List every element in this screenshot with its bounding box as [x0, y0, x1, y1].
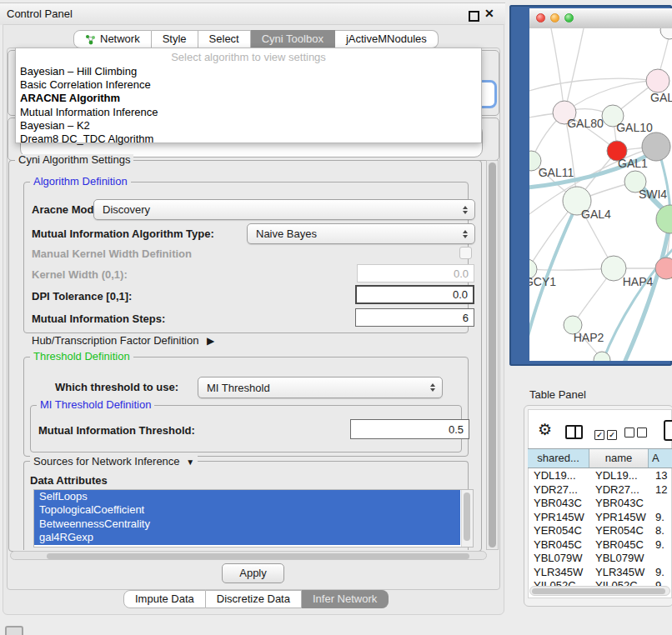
network-icon — [85, 34, 96, 45]
attribute-item-selected[interactable]: TopologicalCoefficient — [34, 503, 460, 517]
table-cell: YDR27... — [590, 483, 650, 498]
column-header-shared[interactable]: shared... — [528, 449, 589, 468]
combo-arrows-icon — [463, 230, 468, 238]
dropdown-item[interactable]: Bayesian – Hill Climbing — [16, 65, 481, 78]
table-row[interactable]: YDR27...YDR27...12 — [528, 483, 672, 498]
table-cell: YBR043C — [590, 497, 650, 511]
tab-cyni-toolbox[interactable]: Cyni Toolbox — [251, 30, 335, 48]
network-edge[interactable] — [551, 28, 564, 112]
scrollbar-thumb[interactable] — [532, 588, 665, 594]
table-row[interactable]: YBR043CYBR043C — [528, 497, 672, 511]
mi-threshold-input[interactable]: 0.5 — [350, 419, 469, 439]
attribute-item-selected[interactable]: SelfLoops — [34, 490, 460, 503]
tab-style[interactable]: Style — [152, 30, 198, 48]
attribute-item-selected[interactable]: BetweennessCentrality — [34, 518, 460, 531]
table-cell: YLR345W — [590, 566, 650, 580]
table-cell: 8. — [650, 524, 672, 538]
network-node-pink-top[interactable] — [646, 69, 669, 92]
table-cell: YPR145W — [528, 511, 590, 525]
kernel-width-input[interactable]: 0.0 — [357, 264, 474, 282]
network-edge[interactable] — [564, 28, 584, 112]
control-panel-title: Control Panel — [7, 8, 73, 20]
settings-vertical-scrollbar[interactable] — [486, 160, 499, 550]
combo-arrows-icon — [430, 383, 435, 392]
mi-algorithm-type-select[interactable]: Naive Bayes — [247, 223, 475, 244]
list-vertical-scrollbar[interactable] — [461, 490, 473, 547]
dropdown-item[interactable]: Bayesian – K2 — [16, 119, 481, 132]
node-label: GAL — [650, 91, 672, 104]
deselect-all-checks-icon[interactable] — [624, 428, 649, 440]
network-node-green[interactable] — [656, 205, 672, 233]
network-node-top-partial[interactable] — [660, 28, 672, 39]
table-row[interactable]: YBL079WYBL079W — [528, 552, 672, 566]
close-traffic-light[interactable] — [536, 13, 545, 22]
table-row[interactable]: YLR345WYLR345W9. — [528, 566, 672, 580]
kernel-width-label: Kernel Width (0,1): — [32, 268, 128, 281]
table-rows: YDL19...YDL19...13YDR27...YDR27...12YBR0… — [528, 469, 672, 589]
zoom-traffic-light[interactable] — [564, 13, 574, 22]
mi-steps-input[interactable]: 6 — [355, 308, 474, 327]
minimize-traffic-light[interactable] — [550, 13, 559, 22]
column-header-name[interactable]: name — [589, 449, 649, 468]
dpi-tolerance-input[interactable]: 0.0 — [355, 285, 474, 304]
scrollbar-thumb[interactable] — [489, 162, 496, 548]
table-row[interactable]: YPR145WYPR145W9. — [528, 511, 672, 525]
node-label: HAP4 — [623, 275, 654, 288]
apply-button[interactable]: Apply — [222, 563, 284, 583]
table-cell: YER054C — [590, 524, 650, 538]
settings-horizontal-scrollbar[interactable] — [10, 551, 487, 560]
new-column-icon[interactable] — [664, 420, 672, 441]
tab-cyni-toolbox-label: Cyni Toolbox — [262, 30, 323, 48]
dropdown-item[interactable]: Basic Correlation Inference — [16, 78, 481, 92]
sources-title[interactable]: Sources for Network Inference ▼ — [30, 456, 198, 468]
tab-infer-network[interactable]: Infer Network — [302, 590, 389, 608]
table-cell — [650, 497, 672, 511]
select-all-checks-icon[interactable]: ✓✓ — [594, 428, 619, 440]
network-edge[interactable] — [620, 220, 670, 361]
tab-select[interactable]: Select — [198, 30, 251, 48]
dropdown-item[interactable]: Dream8 DC_TDC Algorithm — [16, 132, 481, 146]
tab-impute-data[interactable]: Impute Data — [123, 590, 206, 608]
network-canvas[interactable]: GALGAL80GAL10GAL1GAL11SWI4GAL4GCY1HAP4YH… — [529, 28, 672, 361]
table-row[interactable]: YER054CYER054C8. — [528, 524, 672, 538]
dropdown-item[interactable]: Mutual Information Inference — [16, 106, 481, 119]
network-canvas-svg: GALGAL80GAL10GAL1GAL11SWI4GAL4GCY1HAP4YH… — [529, 28, 672, 361]
tab-impute-data-label: Impute Data — [135, 590, 194, 608]
gear-icon[interactable]: ⚙ — [538, 422, 552, 438]
close-icon[interactable]: ✕ — [484, 7, 494, 20]
table-horizontal-scrollbar[interactable] — [529, 586, 670, 596]
manual-kernel-label: Manual Kernel Width Definition — [32, 248, 192, 260]
mi-algorithm-type-value: Naive Bayes — [256, 228, 317, 240]
aracne-mode-select[interactable]: Discovery — [93, 199, 475, 220]
table-cell: 9. — [650, 511, 672, 525]
scrollbar-thumb[interactable] — [47, 553, 469, 559]
dropdown-placeholder: Select algorithm to view settings — [16, 51, 481, 65]
split-view-icon[interactable] — [565, 425, 583, 439]
table-cell: YBL079W — [590, 552, 650, 566]
float-window-button[interactable] — [469, 11, 479, 22]
corner-widget-icon[interactable] — [5, 626, 23, 635]
which-threshold-select[interactable]: MI Threshold — [198, 377, 443, 398]
table-cell: YBR045C — [590, 538, 650, 552]
tab-network[interactable]: Network — [73, 30, 152, 48]
manual-kernel-checkbox[interactable] — [459, 247, 472, 259]
table-cell: YBR045C — [528, 538, 590, 552]
tab-jactivemnodules[interactable]: jActiveMNodules — [335, 30, 439, 48]
tab-infer-network-label: Infer Network — [313, 590, 377, 608]
scrollbar-thumb[interactable] — [464, 492, 470, 541]
table-row[interactable]: YBR045CYBR045C9. — [528, 538, 672, 552]
tab-jactivemnodules-label: jActiveMNodules — [346, 30, 427, 48]
table-row[interactable]: YDL19...YDL19...13 — [528, 469, 672, 483]
cyni-bottom-tabs: Impute Data Discretize Data Infer Networ… — [123, 590, 389, 608]
which-threshold-label: Which threshold to use: — [55, 381, 178, 393]
node-label: GAL1 — [618, 157, 648, 170]
dropdown-item-selected[interactable]: ARACNE Algorithm — [16, 92, 481, 105]
which-threshold-value: MI Threshold — [207, 382, 270, 394]
mi-threshold-title: MI Threshold Definition — [37, 399, 154, 411]
column-header-clipped[interactable]: A — [649, 449, 672, 468]
tab-discretize-data[interactable]: Discretize Data — [206, 590, 302, 608]
hub-definition-expander[interactable]: Hub/Transcription Factor Definition ▶ — [32, 334, 214, 347]
attribute-item-selected[interactable]: gal4RGexp — [34, 531, 460, 544]
tab-discretize-data-label: Discretize Data — [217, 590, 290, 608]
node-label: GAL80 — [567, 117, 604, 130]
